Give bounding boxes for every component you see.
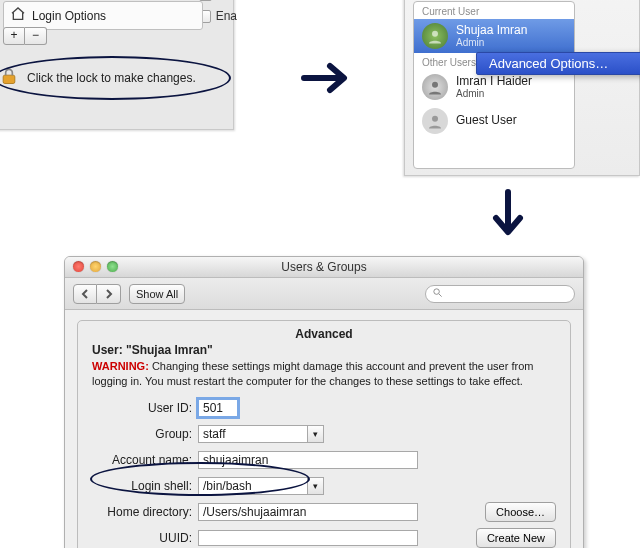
arrow-down-icon <box>488 188 528 251</box>
home-dir-value: /Users/shujaaimran <box>203 505 306 519</box>
allow-checkbox-label: Allo <box>217 0 237 1</box>
chevron-down-icon[interactable]: ▾ <box>308 425 324 443</box>
account-name-label: Account name: <box>92 453 198 467</box>
user-id-field[interactable]: 501 <box>198 399 238 417</box>
user-list: Current User Shujaa Imran Admin Other Us… <box>413 1 575 169</box>
chevron-down-icon[interactable]: ▾ <box>308 477 324 495</box>
svg-point-2 <box>432 82 438 88</box>
ena-checkbox-label: Ena <box>216 9 237 23</box>
remove-button[interactable]: − <box>25 27 47 45</box>
login-shell-combo[interactable]: /bin/bash ▾ <box>198 477 324 495</box>
user-name: Guest User <box>456 114 517 127</box>
group-label: Group: <box>92 427 198 441</box>
user-role: Admin <box>456 88 532 99</box>
lock-text: Click the lock to make changes. <box>27 71 196 85</box>
context-menu-item-label: Advanced Options… <box>489 56 608 71</box>
back-button[interactable] <box>73 284 97 304</box>
avatar <box>422 23 448 49</box>
avatar <box>422 74 448 100</box>
svg-point-3 <box>432 116 438 122</box>
account-name-value: shujaaimran <box>203 453 268 467</box>
create-new-label: Create New <box>487 532 545 544</box>
svg-line-5 <box>439 294 442 297</box>
warning-body: Changing these settings might damage thi… <box>92 360 533 387</box>
user-name: Shujaa Imran <box>456 24 527 37</box>
login-options-panel: ✓ Allo Ena Login Options + − Click the l… <box>0 0 234 130</box>
login-shell-value: /bin/bash <box>203 479 252 493</box>
user-item[interactable]: Guest User <box>414 104 574 138</box>
lock-row[interactable]: Click the lock to make changes. <box>0 66 196 89</box>
add-button[interactable]: + <box>3 27 25 45</box>
show-all-label: Show All <box>136 288 178 300</box>
svg-point-4 <box>434 289 440 295</box>
row-uuid: UUID: Create New <box>92 525 556 548</box>
section-current-user: Current User <box>414 2 574 19</box>
group-combo[interactable]: staff ▾ <box>198 425 324 443</box>
row-user-id: User ID: 501 <box>92 395 556 421</box>
traffic-lights <box>73 261 118 272</box>
allow-checkbox-row: ✓ Allo <box>199 0 237 1</box>
user-item[interactable]: Imran I Haider Admin <box>414 70 574 104</box>
ena-checkbox-row: Ena <box>198 9 237 23</box>
search-input[interactable] <box>425 285 575 303</box>
close-icon[interactable] <box>73 261 84 272</box>
user-quoted-name: "Shujaa Imran" <box>126 343 213 357</box>
row-group: Group: staff ▾ <box>92 421 556 447</box>
create-new-button[interactable]: Create New <box>476 528 556 548</box>
choose-button[interactable]: Choose… <box>485 502 556 522</box>
uuid-label: UUID: <box>92 531 198 545</box>
avatar <box>422 108 448 134</box>
user-id-label: User ID: <box>92 401 198 415</box>
users-panel: Current User Shujaa Imran Admin Other Us… <box>404 0 640 176</box>
user-name: Imran I Haider <box>456 75 532 88</box>
user-role: Admin <box>456 37 527 48</box>
group-value: staff <box>203 427 225 441</box>
zoom-icon[interactable] <box>107 261 118 272</box>
login-options-row[interactable]: Login Options <box>3 1 203 30</box>
add-remove-segment: + − <box>3 27 47 45</box>
forward-button[interactable] <box>97 284 121 304</box>
svg-rect-0 <box>3 75 15 83</box>
row-login-shell: Login shell: /bin/bash ▾ <box>92 473 556 499</box>
advanced-heading: Advanced <box>78 321 570 343</box>
user-line: User: "Shujaa Imran" <box>78 343 570 359</box>
window-title: Users & Groups <box>281 260 366 274</box>
home-dir-field[interactable]: /Users/shujaaimran <box>198 503 418 521</box>
advanced-form: User ID: 501 Group: staff ▾ Account name… <box>78 395 570 548</box>
titlebar: Users & Groups <box>65 257 583 278</box>
show-all-button[interactable]: Show All <box>129 284 185 304</box>
home-dir-label: Home directory: <box>92 505 198 519</box>
row-account-name: Account name: shujaaimran <box>92 447 556 473</box>
uuid-field[interactable] <box>198 530 418 546</box>
lock-icon <box>0 66 19 89</box>
user-item-current[interactable]: Shujaa Imran Admin <box>414 19 574 53</box>
warning-text: WARNING: Changing these settings might d… <box>78 359 570 395</box>
arrow-right-icon <box>300 58 360 101</box>
advanced-panel: Advanced User: "Shujaa Imran" WARNING: C… <box>77 320 571 548</box>
user-label-prefix: User: <box>92 343 126 357</box>
login-shell-label: Login shell: <box>92 479 198 493</box>
minimize-icon[interactable] <box>90 261 101 272</box>
toolbar: Show All <box>65 278 583 310</box>
row-home-dir: Home directory: /Users/shujaaimran Choos… <box>92 499 556 525</box>
account-name-field[interactable]: shujaaimran <box>198 451 418 469</box>
login-options-label: Login Options <box>32 9 106 23</box>
svg-point-1 <box>432 31 438 37</box>
user-id-value: 501 <box>203 401 223 415</box>
nav-segment <box>73 284 121 304</box>
search-icon <box>432 287 443 300</box>
context-menu-advanced-options[interactable]: Advanced Options… <box>476 52 640 75</box>
warning-label: WARNING: <box>92 360 149 372</box>
users-groups-window: Users & Groups Show All Advanced User: "… <box>64 256 584 548</box>
house-icon <box>10 6 26 25</box>
choose-label: Choose… <box>496 506 545 518</box>
